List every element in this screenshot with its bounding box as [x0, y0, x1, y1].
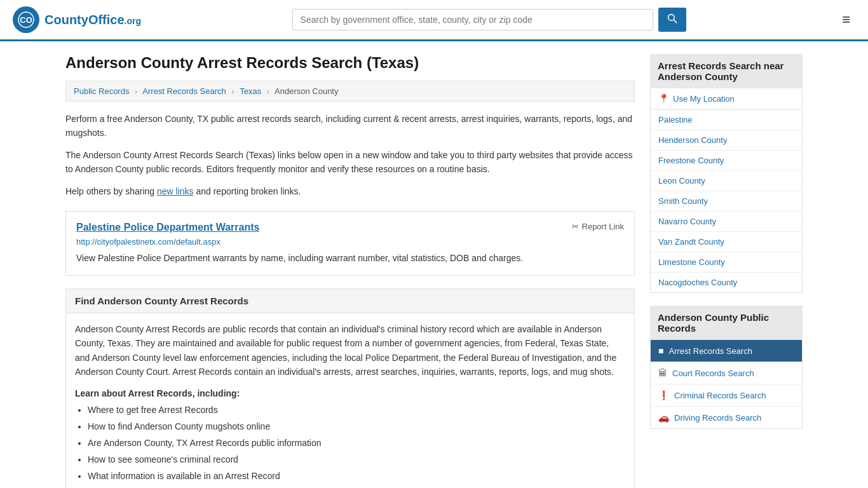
page-title: Anderson County Arrest Records Search (T… [65, 54, 635, 72]
hamburger-menu-button[interactable]: ≡ [837, 9, 855, 30]
breadcrumb-arrest-records[interactable]: Arrest Records Search [142, 86, 226, 96]
scissors-icon: ✂ [572, 222, 579, 231]
learn-list-item: Where to get free Arrest Records [88, 403, 625, 417]
breadcrumb-current: Anderson County [275, 86, 338, 96]
nearby-palestine[interactable]: Palestine [651, 110, 802, 130]
nearby-leon[interactable]: Leon County [651, 171, 802, 191]
public-records-title: Anderson County Public Records [650, 306, 803, 340]
find-section-header: Find Anderson County Arrest Records [66, 289, 634, 313]
nearby-navarro[interactable]: Navarro County [651, 212, 802, 232]
location-icon: 📍 [658, 93, 669, 104]
find-section: Find Anderson County Arrest Records Ande… [65, 288, 635, 488]
nearby-vanzandt[interactable]: Van Zandt County [651, 232, 802, 252]
nearby-section: Arrest Records Search near Anderson Coun… [650, 54, 803, 293]
nearby-links-list: 📍 Use My Location Palestine Henderson Co… [650, 88, 803, 293]
link-card-title[interactable]: Palestine Police Department Warrants [76, 222, 259, 233]
use-location-link[interactable]: 📍 Use My Location [651, 88, 802, 109]
learn-list-item: What information is available in an Arre… [88, 470, 625, 483]
header-right: ≡ [837, 9, 855, 30]
public-records-list: ■ Arrest Records Search 🏛 Court Records … [650, 340, 803, 429]
pub-rec-arrest[interactable]: ■ Arrest Records Search [651, 340, 802, 362]
link-card-url: http://cityofpalestinetx.com/default.asp… [76, 237, 624, 247]
breadcrumb: Public Records › Arrest Records Search ›… [65, 81, 635, 102]
description-2: The Anderson County Arrest Records Searc… [65, 148, 635, 177]
svg-line-3 [674, 20, 677, 23]
learn-list-item: How to find Anderson County mugshots onl… [88, 420, 625, 433]
pub-rec-driving[interactable]: 🚗 Driving Records Search [651, 407, 802, 428]
search-input[interactable] [292, 9, 653, 30]
nearby-section-title: Arrest Records Search near Anderson Coun… [650, 54, 803, 88]
nearby-henderson[interactable]: Henderson County [651, 130, 802, 151]
description-1: Perform a free Anderson County, TX publi… [65, 112, 635, 140]
learn-list-item: How to see someone's criminal record [88, 453, 625, 466]
public-records-section: Anderson County Public Records ■ Arrest … [650, 306, 803, 429]
logo-text: CountyOffice.org [44, 13, 141, 27]
driving-icon: 🚗 [658, 412, 669, 423]
report-link-button[interactable]: ✂ Report Link [572, 222, 624, 231]
site-header: CO CountyOffice.org ≡ [0, 0, 868, 41]
use-location-item[interactable]: 📍 Use My Location [651, 88, 802, 110]
new-links-link[interactable]: new links [157, 186, 194, 196]
logo-icon: CO [13, 6, 39, 33]
content-area: Anderson County Arrest Records Search (T… [65, 54, 635, 488]
link-card-header: Palestine Police Department Warrants ✂ R… [76, 222, 624, 233]
find-description: Anderson County Arrest Records are publi… [75, 322, 625, 379]
nearby-freestone[interactable]: Freestone County [651, 151, 802, 171]
svg-text:CO: CO [20, 15, 32, 25]
learn-list-item: Are Anderson County, TX Arrest Records p… [88, 437, 625, 450]
pub-rec-court[interactable]: 🏛 Court Records Search [651, 362, 802, 384]
logo-area: CO CountyOffice.org [13, 6, 141, 33]
description-3: Help others by sharing new links and rep… [65, 184, 635, 198]
svg-point-2 [668, 15, 674, 21]
learn-list: Where to get free Arrest RecordsHow to f… [75, 403, 625, 483]
breadcrumb-texas[interactable]: Texas [240, 86, 261, 96]
nearby-limestone[interactable]: Limestone County [651, 252, 802, 273]
court-icon: 🏛 [658, 368, 667, 378]
breadcrumb-public-records[interactable]: Public Records [74, 86, 129, 96]
search-button[interactable] [658, 8, 686, 32]
link-card: Palestine Police Department Warrants ✂ R… [65, 211, 635, 276]
find-section-body: Anderson County Arrest Records are publi… [66, 313, 634, 488]
nearby-nacogdoches[interactable]: Nacogdoches County [651, 273, 802, 292]
link-card-description: View Palestine Police Department warrant… [76, 252, 624, 265]
main-container: Anderson County Arrest Records Search (T… [53, 41, 815, 488]
arrest-icon: ■ [658, 346, 663, 356]
search-area [292, 8, 686, 32]
sidebar: Arrest Records Search near Anderson Coun… [650, 54, 803, 488]
learn-heading: Learn about Arrest Records, including: [75, 388, 625, 398]
criminal-icon: ❗ [658, 390, 669, 400]
nearby-smith[interactable]: Smith County [651, 191, 802, 212]
pub-rec-criminal[interactable]: ❗ Criminal Records Search [651, 384, 802, 407]
